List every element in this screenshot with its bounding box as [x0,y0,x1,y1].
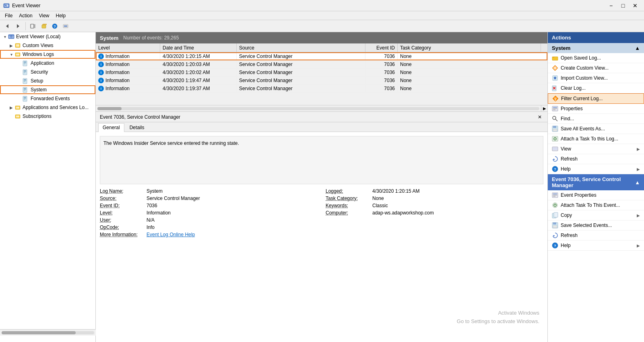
svg-rect-52 [554,78,556,79]
action-refresh-system[interactable]: Refresh [548,154,644,164]
show-hide-action-pane-button[interactable] [28,21,38,31]
sidebar-item-subscriptions[interactable]: ▶ Subscriptions [0,112,95,121]
table-row[interactable]: iInformation 4/30/2020 1:19:37 AM Servic… [96,84,547,93]
sidebar-item-forwarded-events[interactable]: ▶ Forwarded Events [0,94,95,103]
tab-details[interactable]: Details [125,123,149,132]
menu-help[interactable]: Help [53,12,69,19]
forward-button[interactable] [13,21,23,31]
field-level: Level: Information [100,210,318,216]
open-log-button[interactable] [39,21,49,31]
event-detail-close-button[interactable]: ✕ [536,113,543,121]
action-open-saved-log[interactable]: Open Saved Log... [548,53,644,63]
action-help-event[interactable]: ? Help ▶ [548,241,644,251]
info-icon: i [98,54,104,59]
svg-rect-40 [24,99,25,100]
col-header-eventid[interactable]: Event ID [365,43,398,52]
cell-eventid-5: 7036 [365,84,398,92]
action-import-custom-view[interactable]: Import Custom View... [548,73,644,83]
field-eventid-label: Event ID: [100,203,144,208]
col-header-level[interactable]: Level [96,43,160,52]
menu-action[interactable]: Action [16,12,35,19]
connect-button[interactable] [61,21,70,31]
col-header-source[interactable]: Source [237,43,365,52]
svg-rect-34 [24,88,26,89]
save-selected-events-label: Save Selected Events... [561,223,640,228]
sidebar-item-apps-services[interactable]: ▶ Applications and Services Lo... [0,103,95,112]
action-save-all-events[interactable]: Save All Events As... [548,124,644,134]
tab-general[interactable]: General [98,123,124,132]
col-header-datetime[interactable]: Date and Time [160,43,237,52]
table-hscroll[interactable]: ▶ [96,105,547,111]
refresh-event-icon [552,232,558,239]
tree-root[interactable]: ▾ Event Viewer (Local) [0,32,95,41]
svg-rect-27 [24,72,26,72]
actions-event-header[interactable]: Event 7036, Service Control Manager ▲ [548,174,644,190]
attach-task-icon [552,136,558,142]
table-row[interactable]: iInformation 4/30/2020 1:20:15 AM Servic… [96,52,547,60]
maximize-button[interactable]: □ [617,0,629,11]
expand-windows-logs[interactable]: ▾ [8,51,14,58]
action-refresh-event[interactable]: Refresh [548,231,644,241]
expand-root[interactable]: ▾ [2,33,8,40]
sidebar-item-setup[interactable]: ▶ Setup [0,76,95,85]
expand-custom-views[interactable]: ▶ [8,42,14,49]
sidebar-item-security[interactable]: ▶ Security [0,68,95,76]
action-find[interactable]: Find... [548,114,644,124]
expand-apps-services[interactable]: ▶ [8,104,14,111]
table-row[interactable]: iInformation 4/30/2020 1:20:02 AM Servic… [96,68,547,76]
actions-panel: Actions System ▲ Open Saved Log... [547,32,644,342]
root-icon [8,33,14,40]
close-button[interactable]: ✕ [630,0,641,11]
help-event-icon: ? [552,242,558,249]
info-icon: i [98,86,104,91]
cell-source-4: Service Control Manager [237,76,365,84]
sidebar-item-custom-views[interactable]: ▶ Custom Views [0,41,95,50]
table-row[interactable]: iInformation 4/30/2020 1:20:03 AM Servic… [96,60,547,68]
field-user-value: N/A [147,217,155,223]
help-system-label: Help [561,166,634,172]
back-button[interactable] [2,21,12,31]
fields-right-col: Logged: 4/30/2020 1:20:15 AM Task Catego… [326,188,543,237]
minimize-button[interactable]: − [605,0,617,11]
security-label: Security [31,69,48,75]
action-filter-current-log[interactable]: Filter Current Log... [548,93,644,104]
actions-system-header[interactable]: System ▲ [548,43,644,53]
sidebar-item-windows-logs[interactable]: ▾ Windows Logs [0,50,95,59]
action-save-selected-events[interactable]: Save Selected Events... [548,220,644,231]
help-button[interactable]: ? [50,21,60,31]
field-source-value: Service Control Manager [147,196,200,201]
menu-bar: File Action View Help [0,11,644,20]
action-attach-task-event[interactable]: Attach Task To This Event... [548,200,644,210]
col-header-taskcategory[interactable]: Task Category [398,43,541,52]
action-event-properties[interactable]: Event Properties [548,190,644,200]
sidebar-item-system[interactable]: ▶ System [0,85,95,94]
table-row[interactable]: iInformation 4/30/2020 1:19:47 AM Servic… [96,76,547,84]
action-create-custom-view[interactable]: Create Custom View... [548,63,644,73]
menu-view[interactable]: View [36,12,53,19]
find-icon [552,115,558,122]
cell-datetime-3: 4/30/2020 1:20:02 AM [160,68,237,76]
field-opcode: OpCode: Info [100,225,318,230]
save-selected-icon [552,222,558,229]
sidebar-item-application[interactable]: ▶ Application [0,59,95,68]
properties-icon [552,105,558,112]
hscroll-thumb[interactable] [97,107,122,110]
hscroll-track[interactable] [97,107,539,110]
tree-hscroll[interactable] [0,329,96,336]
svg-rect-38 [24,97,26,98]
scroll-right-btn[interactable]: ▶ [541,105,547,112]
action-copy[interactable]: Copy ▶ [548,210,644,220]
event-log-online-help-link[interactable]: Event Log Online Help [147,232,195,237]
toolbar-separator-1 [25,22,26,30]
svg-rect-85 [554,212,558,217]
action-properties[interactable]: Properties [548,104,644,114]
action-attach-task-log[interactable]: Attach a Task To this Log... [548,134,644,144]
svg-rect-32 [24,81,25,82]
action-view[interactable]: View ▶ [548,144,644,154]
event-table-container: Level Date and Time Source Event ID Task… [96,43,547,112]
action-help-system[interactable]: ? Help ▶ [548,164,644,174]
svg-rect-62 [553,108,557,109]
save-all-events-label: Save All Events As... [561,126,640,132]
menu-file[interactable]: File [2,12,16,19]
action-clear-log[interactable]: Clear Log... [548,83,644,93]
